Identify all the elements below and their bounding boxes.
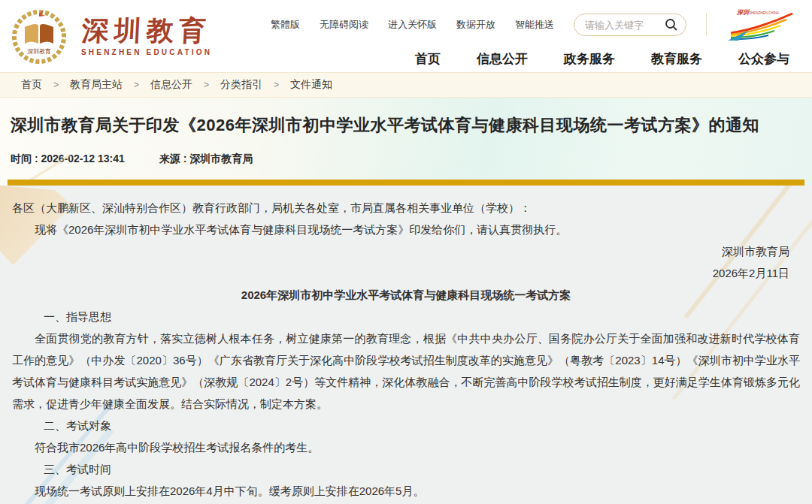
search-input[interactable] [583, 19, 659, 32]
nav-item-public-participation[interactable]: 公众参与 [738, 50, 789, 68]
nav-item-gov-services[interactable]: 政务服务 [564, 50, 615, 68]
utility-link-traditional[interactable]: 繁體版 [271, 18, 300, 32]
article-meta: 时间 : 2026-02-12 13:41 来源 : 深圳市教育局 [11, 152, 801, 166]
main-nav: 首页 信息公开 政务服务 教育服务 公众参与 [415, 50, 794, 68]
document-title: 2026年深圳市初中学业水平考试体育与健康科目现场统一考试方案 [12, 284, 800, 306]
section-body-3: 现场统一考试原则上安排在2026年4月中下旬。缓考原则上安排在2026年5月。 [12, 480, 800, 502]
breadcrumb-bureau-main[interactable]: 教育局主站 [70, 78, 123, 92]
breadcrumb: 首页 > 教育局主站 > 信息公开 > 分类指引 > 文件通知 [0, 72, 812, 98]
section-heading-3: 三、考试时间 [12, 458, 800, 480]
section-heading-2: 二、考试对象 [12, 415, 800, 436]
section-body-1: 全面贯彻党的教育方针，落实立德树人根本任务，树立健康第一的教育理念，根据《中共中… [12, 327, 800, 415]
search-icon[interactable] [665, 18, 678, 32]
signer: 深圳市教育局 [12, 240, 800, 262]
breadcrumb-info-disclosure[interactable]: 信息公开 [150, 78, 192, 92]
breadcrumb-separator: > [134, 80, 139, 90]
gold-divider-bar [8, 180, 804, 186]
search-box[interactable] [574, 14, 686, 36]
svg-text:深圳教育: 深圳教育 [27, 48, 51, 55]
sign-date: 2026年2月11日 [12, 262, 800, 284]
nav-item-edu-services[interactable]: 教育服务 [651, 50, 702, 68]
utility-link-smart-push[interactable]: 智能推送 [515, 18, 554, 32]
page-title: 深圳市教育局关于印发《2026年深圳市初中学业水平考试体育与健康科目现场统一考试… [11, 98, 801, 137]
breadcrumb-category-guide[interactable]: 分类指引 [220, 78, 262, 92]
utility-link-open-data[interactable]: 数据开放 [456, 18, 495, 32]
site-header: 深圳教育 深圳教育 SHENZHEN EDUCATION 繁體版 无障碍阅读 进… [0, 0, 812, 72]
breadcrumb-separator: > [53, 80, 59, 90]
article-header: 深圳市教育局关于印发《2026年深圳市初中学业水平考试体育与健康科目现场统一考试… [0, 98, 812, 186]
header-right: 繁體版 无障碍阅读 进入关怀版 数据开放 智能推送 深圳 SHENZHEN CH… [271, 5, 794, 68]
shenzhen-china-logo: 深圳 SHENZHEN CHINA [726, 8, 794, 42]
site-logo[interactable]: 深圳教育 深圳教育 SHENZHEN EDUCATION [9, 6, 212, 66]
site-title: 深圳教育 [81, 16, 212, 46]
document-body: 各区（大鹏新区、深汕特别合作区）教育行政部门，局机关各处室，市局直属各相关事业单… [0, 186, 812, 504]
breadcrumb-home[interactable]: 首页 [21, 78, 42, 92]
site-subtitle: SHENZHEN EDUCATION [81, 48, 212, 56]
utility-link-accessible-reading[interactable]: 无障碍阅读 [320, 18, 368, 32]
intro-paragraph: 现将《2026年深圳市初中学业水平考试体育与健康科目现场统一考试方案》印发给你们… [12, 219, 800, 240]
section-body-2: 符合我市2026年高中阶段学校招生考试报名条件的考生。 [12, 436, 800, 458]
header-divider [706, 14, 707, 36]
section-heading-1: 一、指导思想 [12, 306, 800, 327]
salutation: 各区（大鹏新区、深汕特别合作区）教育行政部门，局机关各处室，市局直属各相关事业单… [12, 197, 800, 219]
nav-item-info-disclosure[interactable]: 信息公开 [477, 50, 528, 68]
education-emblem-icon: 深圳教育 [9, 6, 69, 66]
svg-text:SHENZHEN CHINA: SHENZHEN CHINA [749, 11, 779, 15]
breadcrumb-separator: > [204, 80, 209, 90]
breadcrumb-separator: > [274, 80, 279, 90]
breadcrumb-file-notice[interactable]: 文件通知 [290, 78, 332, 92]
utility-link-care-mode[interactable]: 进入关怀版 [388, 18, 437, 32]
publish-source: 来源 : 深圳市教育局 [159, 152, 253, 166]
utility-bar: 繁體版 无障碍阅读 进入关怀版 数据开放 智能推送 深圳 SHENZHEN CH… [271, 8, 794, 42]
nav-item-home[interactable]: 首页 [415, 50, 441, 68]
